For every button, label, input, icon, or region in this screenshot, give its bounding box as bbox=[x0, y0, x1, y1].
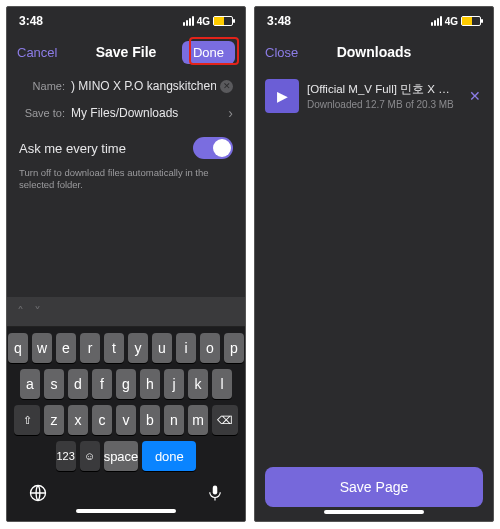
key-o[interactable]: o bbox=[200, 333, 220, 363]
home-indicator[interactable] bbox=[76, 509, 176, 513]
key-⇧[interactable]: ⇧ bbox=[14, 405, 40, 435]
key-space[interactable]: space bbox=[104, 441, 139, 471]
ask-hint: Turn off to download files automatically… bbox=[7, 163, 245, 192]
status-time: 3:48 bbox=[19, 14, 43, 28]
key-w[interactable]: w bbox=[32, 333, 52, 363]
key-q[interactable]: q bbox=[8, 333, 28, 363]
mic-icon[interactable] bbox=[206, 483, 224, 503]
home-indicator[interactable] bbox=[324, 510, 424, 514]
globe-icon[interactable] bbox=[28, 483, 48, 503]
ask-toggle-label: Ask me every time bbox=[19, 141, 126, 156]
download-title: [Official M_V Full] 민호 X 피오 - 쓰담쓰담 (… bbox=[307, 82, 459, 97]
key-done[interactable]: done bbox=[142, 441, 196, 471]
play-icon: ▶ bbox=[265, 79, 299, 113]
key-z[interactable]: z bbox=[44, 405, 64, 435]
ask-toggle-row: Ask me every time bbox=[7, 127, 245, 163]
clear-text-icon[interactable]: ✕ bbox=[220, 80, 233, 93]
save-page-button[interactable]: Save Page bbox=[265, 467, 483, 507]
key-row-2: asdfghjkl bbox=[10, 369, 242, 399]
nav-bar: Close Downloads bbox=[255, 35, 493, 69]
key-a[interactable]: a bbox=[20, 369, 40, 399]
save-file-form: Name: ) MINO X P.O kangskitchen2 Main Th… bbox=[7, 69, 245, 192]
key-j[interactable]: j bbox=[164, 369, 184, 399]
key-row-3: ⇧zxcvbnm⌫ bbox=[10, 405, 242, 435]
key-k[interactable]: k bbox=[188, 369, 208, 399]
battery-icon bbox=[213, 16, 233, 26]
key-v[interactable]: v bbox=[116, 405, 136, 435]
key-u[interactable]: u bbox=[152, 333, 172, 363]
key-row-1: qwertyuiop bbox=[10, 333, 242, 363]
key-emoji[interactable]: ☺ bbox=[80, 441, 100, 471]
saveto-row[interactable]: Save to: My Files/Downloads › bbox=[7, 99, 245, 127]
download-texts: [Official M_V Full] 민호 X 피오 - 쓰담쓰담 (… Do… bbox=[307, 82, 459, 110]
prev-field-icon[interactable]: ˄ bbox=[17, 304, 24, 320]
key-m[interactable]: m bbox=[188, 405, 208, 435]
keyboard: qwertyuiop asdfghjkl ⇧zxcvbnm⌫ 123 ☺ spa… bbox=[7, 327, 245, 521]
keyboard-accessory: ˄ ˅ bbox=[7, 297, 245, 327]
key-i[interactable]: i bbox=[176, 333, 196, 363]
screen-downloads: 3:48 4G Close Downloads ▶ [Official M_V … bbox=[254, 6, 494, 522]
close-button[interactable]: Close bbox=[265, 45, 325, 60]
key-r[interactable]: r bbox=[80, 333, 100, 363]
signal-icon bbox=[431, 16, 442, 26]
remove-download-icon[interactable]: ✕ bbox=[467, 88, 483, 104]
network-label: 4G bbox=[197, 16, 210, 27]
status-time: 3:48 bbox=[267, 14, 291, 28]
battery-icon bbox=[461, 16, 481, 26]
saveto-value: My Files/Downloads bbox=[71, 106, 224, 120]
key-p[interactable]: p bbox=[224, 333, 244, 363]
download-item[interactable]: ▶ [Official M_V Full] 민호 X 피오 - 쓰담쓰담 (… … bbox=[255, 69, 493, 123]
key-123[interactable]: 123 bbox=[56, 441, 76, 471]
key-⌫[interactable]: ⌫ bbox=[212, 405, 238, 435]
download-subtitle: Downloaded 12.7 MB of 20.3 MB bbox=[307, 99, 459, 110]
next-field-icon[interactable]: ˅ bbox=[34, 304, 41, 320]
key-e[interactable]: e bbox=[56, 333, 76, 363]
screen-save-file: 3:48 4G Cancel Save File Done Name: ) MI… bbox=[6, 6, 246, 522]
status-bar: 3:48 4G bbox=[7, 7, 245, 35]
ask-toggle[interactable] bbox=[193, 137, 233, 159]
key-h[interactable]: h bbox=[140, 369, 160, 399]
status-bar: 3:48 4G bbox=[255, 7, 493, 35]
key-y[interactable]: y bbox=[128, 333, 148, 363]
key-l[interactable]: l bbox=[212, 369, 232, 399]
status-right: 4G bbox=[183, 16, 233, 27]
network-label: 4G bbox=[445, 16, 458, 27]
key-b[interactable]: b bbox=[140, 405, 160, 435]
keyboard-area: ˄ ˅ qwertyuiop asdfghjkl ⇧zxcvbnm⌫ 123 ☺… bbox=[7, 297, 245, 521]
chevron-right-icon: › bbox=[228, 105, 233, 121]
svg-rect-1 bbox=[213, 486, 218, 495]
signal-icon bbox=[183, 16, 194, 26]
key-t[interactable]: t bbox=[104, 333, 124, 363]
nav-title: Save File bbox=[77, 44, 175, 60]
key-c[interactable]: c bbox=[92, 405, 112, 435]
keyboard-bottom bbox=[10, 477, 242, 505]
name-input[interactable]: ) MINO X P.O kangskitchen2 Main Theme.r bbox=[71, 79, 216, 93]
name-label: Name: bbox=[19, 80, 71, 92]
key-n[interactable]: n bbox=[164, 405, 184, 435]
key-f[interactable]: f bbox=[92, 369, 112, 399]
key-g[interactable]: g bbox=[116, 369, 136, 399]
nav-title: Downloads bbox=[325, 44, 423, 60]
cancel-button[interactable]: Cancel bbox=[17, 45, 77, 60]
done-button[interactable]: Done bbox=[182, 41, 235, 64]
key-d[interactable]: d bbox=[68, 369, 88, 399]
nav-bar: Cancel Save File Done bbox=[7, 35, 245, 69]
key-row-4: 123 ☺ space done bbox=[10, 441, 242, 471]
key-x[interactable]: x bbox=[68, 405, 88, 435]
key-s[interactable]: s bbox=[44, 369, 64, 399]
name-row: Name: ) MINO X P.O kangskitchen2 Main Th… bbox=[7, 73, 245, 99]
saveto-label: Save to: bbox=[19, 107, 71, 119]
